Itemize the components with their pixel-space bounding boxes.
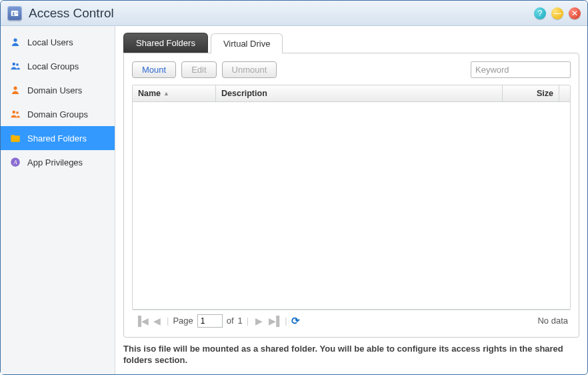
page-input[interactable] (197, 314, 223, 328)
svg-point-4 (13, 38, 17, 41)
window: Access Control ? — ✕ Local Users Local G… (0, 0, 588, 375)
users-icon (9, 107, 22, 121)
help-button[interactable]: ? (534, 7, 546, 19)
tab-shared-folders[interactable]: Shared Folders (123, 33, 208, 53)
unmount-button[interactable]: Unmount (222, 61, 277, 78)
total-pages: 1 (238, 316, 243, 326)
of-label: of (227, 316, 234, 326)
paging-bar: ▐◀ ◀ | Page of 1 | ▶ ▶▌ | ⟳ No data (132, 310, 571, 332)
separator: | (285, 316, 287, 326)
column-label: Description (221, 89, 267, 98)
next-page-icon[interactable]: ▶ (253, 316, 265, 326)
sidebar-item-label: Local Groups (27, 61, 79, 71)
separator: | (167, 316, 169, 326)
svg-point-5 (13, 63, 16, 66)
toolbar: Mount Edit Unmount (132, 61, 571, 78)
column-header-name[interactable]: Name ▲ (133, 85, 216, 101)
sidebar-item-label: Shared Folders (27, 133, 87, 143)
app-icon: A (9, 155, 22, 169)
prev-page-icon[interactable]: ◀ (151, 316, 163, 326)
main-panel: Shared Folders Virtual Drive Mount Edit … (115, 26, 587, 374)
footer-note: This iso file will be mounted as a share… (123, 343, 579, 366)
edit-button[interactable]: Edit (181, 61, 216, 78)
sidebar-item-app-privileges[interactable]: A App Privileges (1, 150, 115, 174)
sidebar-item-local-groups[interactable]: Local Groups (1, 54, 115, 78)
contact-card-icon (10, 9, 19, 18)
users-icon (9, 59, 22, 73)
svg-point-9 (16, 111, 19, 114)
grid: Name ▲ Description Size (132, 85, 571, 310)
svg-point-7 (13, 86, 17, 89)
column-label: Size (537, 89, 553, 98)
last-page-icon[interactable]: ▶▌ (269, 316, 281, 326)
separator: | (247, 316, 249, 326)
sidebar-item-label: App Privileges (27, 157, 83, 167)
refresh-icon[interactable]: ⟳ (291, 315, 300, 327)
svg-rect-2 (15, 12, 18, 13)
sidebar-item-local-users[interactable]: Local Users (1, 30, 115, 54)
sidebar-item-domain-users[interactable]: Domain Users (1, 78, 115, 102)
sort-asc-icon: ▲ (163, 90, 169, 97)
svg-point-1 (13, 12, 15, 14)
window-title: Access Control (29, 6, 529, 21)
sidebar-item-label: Domain Users (27, 85, 82, 95)
tabs: Shared Folders Virtual Drive (123, 33, 579, 53)
window-body: Local Users Local Groups Domain Users Do… (1, 26, 587, 374)
sidebar-item-label: Local Users (27, 37, 73, 47)
svg-point-6 (16, 63, 19, 66)
sidebar: Local Users Local Groups Domain Users Do… (1, 26, 115, 374)
svg-point-8 (13, 111, 16, 114)
titlebar: Access Control ? — ✕ (1, 1, 587, 26)
first-page-icon[interactable]: ▐◀ (135, 316, 147, 326)
column-header-pad (559, 85, 570, 101)
mount-button[interactable]: Mount (132, 61, 176, 78)
svg-rect-3 (15, 13, 18, 14)
grid-body (133, 102, 570, 309)
paging-status: No data (537, 316, 568, 326)
close-button[interactable]: ✕ (569, 7, 581, 19)
svg-text:A: A (13, 159, 17, 165)
page-label: Page (173, 316, 193, 326)
column-header-size[interactable]: Size (503, 85, 559, 101)
sidebar-item-domain-groups[interactable]: Domain Groups (1, 102, 115, 126)
minimize-button[interactable]: — (551, 7, 563, 19)
grid-header: Name ▲ Description Size (133, 85, 570, 102)
user-icon (9, 35, 22, 49)
app-icon (7, 6, 22, 21)
tab-panel: Mount Edit Unmount Name ▲ Description (123, 53, 579, 338)
search-input[interactable] (471, 61, 571, 78)
column-label: Name (138, 89, 161, 98)
sidebar-item-shared-folders[interactable]: Shared Folders (1, 126, 115, 150)
user-icon (9, 83, 22, 97)
tab-virtual-drive[interactable]: Virtual Drive (211, 33, 283, 53)
column-header-description[interactable]: Description (216, 85, 503, 101)
sidebar-item-label: Domain Groups (27, 109, 88, 119)
folder-icon (9, 131, 22, 145)
